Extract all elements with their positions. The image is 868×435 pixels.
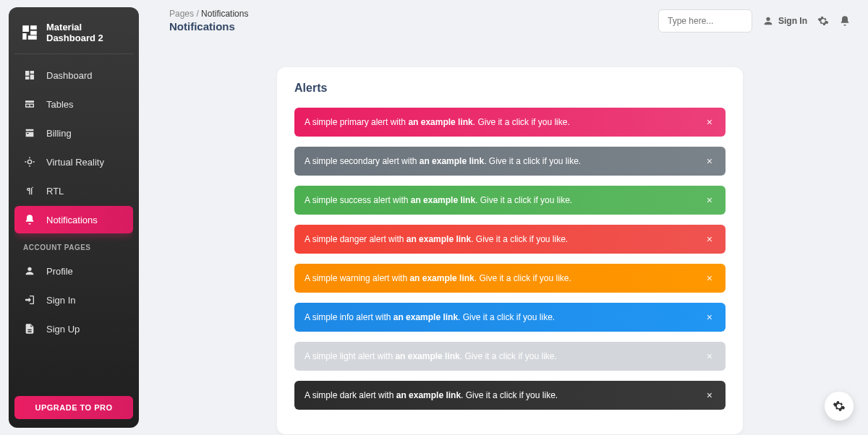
sidebar-item-tables[interactable]: Tables bbox=[14, 90, 133, 118]
sidebar-item-rtl[interactable]: RTL bbox=[14, 177, 133, 204]
alert-text: A simple primary alert with an example l… bbox=[305, 117, 704, 127]
sidebar-item-signup[interactable]: Sign Up bbox=[14, 315, 133, 343]
alert-light: A simple light alert with an example lin… bbox=[294, 342, 726, 371]
signin-label: Sign In bbox=[778, 16, 807, 26]
tables-icon bbox=[23, 98, 36, 111]
alert-post: . Give it a click if you like. bbox=[475, 195, 572, 205]
user-icon bbox=[23, 264, 36, 277]
sidebar-item-label: Virtual Reality bbox=[46, 157, 104, 168]
alert-link[interactable]: an example link bbox=[396, 390, 461, 400]
alert-post: . Give it a click if you like. bbox=[475, 273, 571, 283]
alert-post: . Give it a click if you like. bbox=[471, 234, 568, 244]
sidebar-item-label: Profile bbox=[46, 266, 73, 277]
topbar-right: Sign In bbox=[658, 9, 851, 33]
alert-link[interactable]: an example link bbox=[407, 234, 471, 244]
sidebar: Material Dashboard 2 Dashboard Tables Bi… bbox=[9, 7, 139, 428]
sidebar-item-profile[interactable]: Profile bbox=[14, 257, 133, 285]
alert-text: A simple secondary alert with an example… bbox=[305, 156, 704, 166]
sidebar-item-label: Tables bbox=[46, 99, 74, 110]
main: Pages / Notifications Notifications Sign… bbox=[152, 0, 868, 435]
dashboard-icon bbox=[23, 69, 36, 82]
settings-fab[interactable] bbox=[825, 392, 854, 421]
alert-text: A simple warning alert with an example l… bbox=[305, 273, 704, 283]
close-icon[interactable]: × bbox=[704, 116, 715, 128]
close-icon[interactable]: × bbox=[704, 389, 715, 401]
sidebar-item-label: Billing bbox=[46, 128, 72, 139]
search-input[interactable] bbox=[658, 9, 752, 33]
alert-text: A simple danger alert with an example li… bbox=[305, 234, 704, 244]
alert-pre: A simple secondary alert with bbox=[305, 156, 420, 166]
alert-pre: A simple success alert with bbox=[305, 195, 411, 205]
close-icon[interactable]: × bbox=[704, 311, 715, 323]
sidebar-item-label: RTL bbox=[46, 186, 64, 197]
alerts-card: Alerts A simple primary alert with an ex… bbox=[277, 67, 743, 434]
sidebar-item-label: Sign In bbox=[46, 295, 75, 306]
breadcrumb: Pages / Notifications bbox=[169, 9, 248, 19]
sidebar-item-notifications[interactable]: Notifications bbox=[14, 206, 133, 233]
alert-secondary: A simple secondary alert with an example… bbox=[294, 147, 726, 176]
alert-text: A simple dark alert with an example link… bbox=[305, 390, 704, 400]
alert-pre: A simple primary alert with bbox=[305, 117, 408, 127]
close-icon[interactable]: × bbox=[704, 350, 715, 362]
breadcrumb-current: Notifications bbox=[201, 9, 248, 19]
close-icon[interactable]: × bbox=[704, 194, 715, 206]
brand-title: Material Dashboard 2 bbox=[46, 22, 127, 43]
brand[interactable]: Material Dashboard 2 bbox=[14, 16, 133, 54]
alert-success: A simple success alert with an example l… bbox=[294, 186, 726, 215]
alert-pre: A simple info alert with bbox=[305, 312, 393, 322]
alert-link[interactable]: an example link bbox=[411, 195, 475, 205]
billing-icon bbox=[23, 126, 36, 139]
alert-text: A simple success alert with an example l… bbox=[305, 195, 704, 205]
signin-link[interactable]: Sign In bbox=[762, 15, 807, 27]
alert-pre: A simple dark alert with bbox=[305, 390, 396, 400]
nav: Dashboard Tables Billing Virtual Reality… bbox=[14, 60, 133, 396]
alert-dark: A simple dark alert with an example link… bbox=[294, 381, 726, 410]
sidebar-item-signin[interactable]: Sign In bbox=[14, 286, 133, 314]
alert-post: . Give it a click if you like. bbox=[484, 156, 581, 166]
bell-icon bbox=[23, 213, 36, 226]
alert-info: A simple info alert with an example link… bbox=[294, 303, 726, 332]
topbar: Pages / Notifications Notifications Sign… bbox=[169, 9, 851, 33]
bell-icon[interactable] bbox=[839, 15, 851, 27]
gear-icon bbox=[833, 400, 846, 413]
close-icon[interactable]: × bbox=[704, 233, 715, 245]
close-icon[interactable]: × bbox=[704, 272, 715, 284]
alert-post: . Give it a click if you like. bbox=[460, 351, 557, 361]
rtl-icon bbox=[23, 184, 36, 197]
alert-link[interactable]: an example link bbox=[409, 273, 474, 283]
close-icon[interactable]: × bbox=[704, 155, 715, 167]
alert-post: . Give it a click if you like. bbox=[458, 312, 555, 322]
page-title: Notifications bbox=[169, 20, 248, 33]
sidebar-item-label: Sign Up bbox=[46, 324, 80, 335]
sidebar-item-billing[interactable]: Billing bbox=[14, 119, 133, 147]
alert-link[interactable]: an example link bbox=[420, 156, 484, 166]
alerts-list: A simple primary alert with an example l… bbox=[294, 108, 726, 410]
alert-warning: A simple warning alert with an example l… bbox=[294, 264, 726, 293]
alert-text: A simple info alert with an example link… bbox=[305, 312, 704, 322]
breadcrumb-sep: / bbox=[196, 9, 198, 19]
alert-post: . Give it a click if you like. bbox=[473, 117, 570, 127]
alert-pre: A simple danger alert with bbox=[305, 234, 407, 244]
vr-icon bbox=[23, 155, 36, 168]
upgrade-button[interactable]: UPGRADE TO PRO bbox=[14, 396, 133, 419]
breadcrumb-root[interactable]: Pages bbox=[169, 9, 194, 19]
alert-text: A simple light alert with an example lin… bbox=[305, 351, 704, 361]
alert-link[interactable]: an example link bbox=[393, 312, 458, 322]
nav-section-label: ACCOUNT PAGES bbox=[14, 235, 133, 256]
alert-link[interactable]: an example link bbox=[395, 351, 459, 361]
alert-danger: A simple danger alert with an example li… bbox=[294, 225, 726, 254]
alert-primary: A simple primary alert with an example l… bbox=[294, 108, 726, 137]
sidebar-item-label: Dashboard bbox=[46, 70, 93, 81]
sidebar-item-vr[interactable]: Virtual Reality bbox=[14, 148, 133, 176]
login-icon bbox=[23, 293, 36, 306]
sidebar-item-dashboard[interactable]: Dashboard bbox=[14, 61, 133, 89]
card-title: Alerts bbox=[294, 82, 726, 95]
topbar-left: Pages / Notifications Notifications bbox=[169, 9, 248, 33]
signup-icon bbox=[23, 322, 36, 335]
alert-link[interactable]: an example link bbox=[408, 117, 472, 127]
gear-icon[interactable] bbox=[817, 15, 829, 27]
alert-post: . Give it a click if you like. bbox=[461, 390, 558, 400]
brand-icon bbox=[20, 23, 39, 42]
sidebar-item-label: Notifications bbox=[46, 215, 98, 225]
alert-pre: A simple warning alert with bbox=[305, 273, 409, 283]
